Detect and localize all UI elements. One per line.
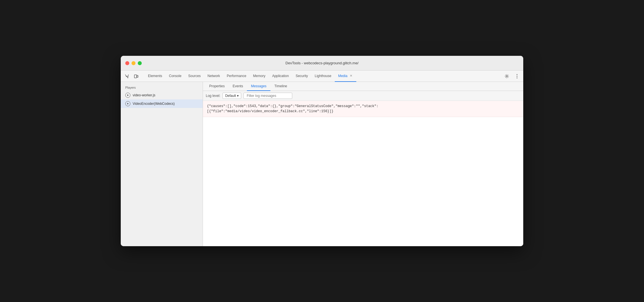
- messages-area: {"causes":[],"code":1543,"data":{},"grou…: [203, 101, 523, 246]
- sidebar: Players video-worker.js VideoEncoder(Web…: [121, 82, 203, 246]
- window-title: DevTools - webcodecs-playground.glitch.m…: [285, 61, 359, 65]
- tab-console[interactable]: Console: [166, 71, 185, 82]
- close-button[interactable]: [125, 61, 129, 65]
- svg-point-3: [517, 74, 518, 75]
- toolbar-icons: [123, 72, 140, 80]
- tab-performance[interactable]: Performance: [223, 71, 250, 82]
- tab-navigation: Elements Console Sources Network Perform…: [145, 71, 502, 82]
- toolbar-right: [503, 72, 521, 80]
- tab-timeline[interactable]: Timeline: [270, 82, 291, 91]
- svg-marker-6: [127, 94, 129, 96]
- more-options-icon[interactable]: [513, 72, 521, 80]
- devtools-body: Players video-worker.js VideoEncoder(Web…: [121, 82, 523, 246]
- message-row: {"causes":[],"code":1543,"data":{},"grou…: [203, 101, 523, 117]
- tab-security[interactable]: Security: [292, 71, 311, 82]
- tab-elements[interactable]: Elements: [145, 71, 166, 82]
- tab-lighthouse[interactable]: Lighthouse: [311, 71, 335, 82]
- tab-network[interactable]: Network: [204, 71, 223, 82]
- player-label-video-encoder: VideoEncoder(WebCodecs): [133, 102, 175, 106]
- main-toolbar: Elements Console Sources Network Perform…: [121, 71, 523, 82]
- sub-tab-bar: Properties Events Messages Timeline: [203, 82, 523, 91]
- device-toggle-icon[interactable]: [132, 72, 140, 80]
- svg-point-5: [517, 77, 518, 78]
- dropdown-arrow-icon: ▾: [237, 94, 239, 98]
- tab-properties[interactable]: Properties: [205, 82, 229, 91]
- player-label-video-worker: video-worker.js: [133, 93, 155, 97]
- svg-rect-0: [134, 75, 137, 78]
- maximize-button[interactable]: [138, 61, 142, 65]
- sidebar-header: Players: [121, 84, 203, 91]
- filter-bar: Log level: Default ▾: [203, 91, 523, 101]
- settings-icon[interactable]: [503, 72, 511, 80]
- log-level-label: Log level:: [206, 94, 220, 98]
- tab-sources[interactable]: Sources: [185, 71, 204, 82]
- svg-rect-1: [137, 75, 138, 77]
- tab-media-close[interactable]: ✕: [349, 73, 353, 78]
- player-icon-video-worker: [125, 93, 130, 98]
- tab-messages[interactable]: Messages: [247, 82, 270, 91]
- svg-point-2: [506, 75, 508, 77]
- main-content: Properties Events Messages Timeline Log …: [203, 82, 523, 246]
- tab-events[interactable]: Events: [229, 82, 247, 91]
- title-bar: DevTools - webcodecs-playground.glitch.m…: [121, 56, 523, 71]
- player-item-video-encoder[interactable]: VideoEncoder(WebCodecs): [121, 99, 203, 108]
- log-level-select[interactable]: Default ▾: [223, 93, 241, 99]
- player-icon-video-encoder: [125, 101, 130, 106]
- filter-input[interactable]: [243, 93, 292, 99]
- message-text: {"causes":[],"code":1543,"data":{},"grou…: [207, 104, 378, 113]
- tab-memory[interactable]: Memory: [250, 71, 269, 82]
- inspect-icon[interactable]: [123, 72, 131, 80]
- minimize-button[interactable]: [132, 61, 135, 65]
- tab-application[interactable]: Application: [269, 71, 292, 82]
- player-item-video-worker[interactable]: video-worker.js: [121, 91, 203, 99]
- svg-marker-7: [127, 103, 129, 105]
- traffic-lights: [125, 61, 142, 65]
- tab-media[interactable]: Media ✕: [335, 71, 356, 82]
- devtools-window: DevTools - webcodecs-playground.glitch.m…: [121, 56, 523, 246]
- svg-point-4: [517, 76, 518, 76]
